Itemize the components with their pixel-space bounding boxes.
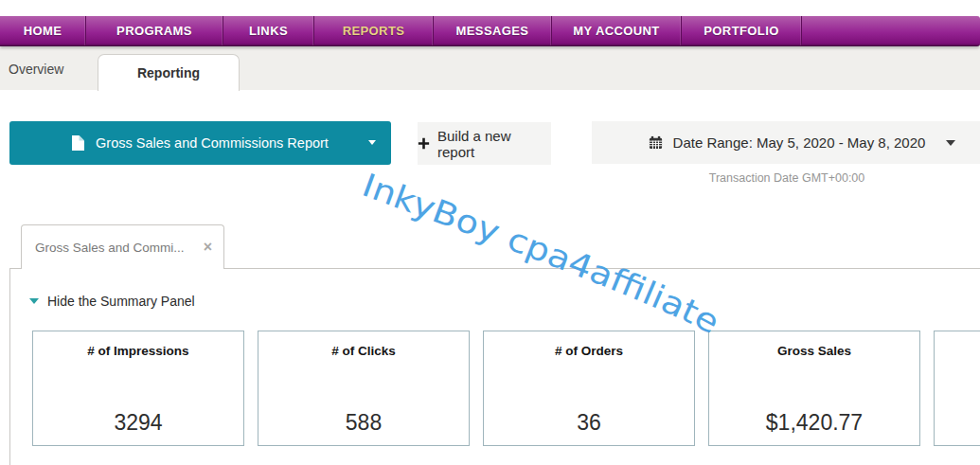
date-range-selector[interactable]: Date Range: May 5, 2020 - May 8, 2020 — [592, 121, 980, 164]
calendar-icon — [649, 135, 663, 150]
summary-card-partial — [934, 331, 980, 446]
report-subtab[interactable]: Gross Sales and Commi... × — [21, 224, 224, 269]
card-value: $1,420.77 — [709, 410, 919, 436]
close-icon[interactable]: × — [204, 240, 212, 255]
report-selector-label: Gross Sales and Commissions Report — [96, 135, 329, 151]
card-title: # of Clicks — [258, 344, 469, 358]
timezone-note: Transaction Date GMT+00:00 — [592, 171, 980, 185]
nav-item-my-account[interactable]: MY ACCOUNT — [552, 16, 682, 45]
collapse-caret-icon — [29, 298, 39, 304]
page: HOME PROGRAMS LINKS REPORTS MESSAGES MY … — [0, 0, 980, 465]
card-value: 3294 — [33, 410, 243, 436]
card-title: Gross Sales — [709, 344, 919, 358]
summary-card-orders: # of Orders 36 — [483, 331, 695, 446]
summary-card-gross-sales: Gross Sales $1,420.77 — [708, 331, 920, 446]
chevron-down-icon — [368, 140, 376, 145]
tab-reporting[interactable]: Reporting — [98, 54, 240, 91]
summary-cards-row: # of Impressions 3294 # of Clicks 588 # … — [32, 331, 980, 446]
report-panel: Hide the Summary Panel # of Impressions … — [9, 268, 980, 465]
summary-card-impressions: # of Impressions 3294 — [32, 331, 244, 446]
nav-item-programs[interactable]: PROGRAMS — [86, 16, 223, 45]
summary-toggle-label: Hide the Summary Panel — [47, 294, 195, 309]
nav-item-links[interactable]: LINKS — [223, 16, 314, 45]
main-navbar: HOME PROGRAMS LINKS REPORTS MESSAGES MY … — [0, 16, 980, 46]
summary-card-clicks: # of Clicks 588 — [258, 331, 470, 446]
plus-icon — [418, 137, 430, 150]
summary-panel-toggle[interactable]: Hide the Summary Panel — [29, 294, 195, 309]
navbar-filler — [802, 16, 980, 45]
build-new-report-label: Build a new report — [437, 128, 551, 160]
nav-item-portfolio[interactable]: PORTFOLIO — [682, 16, 802, 45]
report-subtab-label: Gross Sales and Commi... — [35, 241, 204, 255]
tab-strip: Overview Reporting — [0, 47, 980, 90]
document-icon — [72, 135, 84, 151]
build-new-report-button[interactable]: Build a new report — [418, 122, 551, 165]
nav-item-messages[interactable]: MESSAGES — [434, 16, 552, 45]
card-title: # of Impressions — [33, 344, 243, 358]
report-selector-dropdown[interactable]: Gross Sales and Commissions Report — [9, 121, 391, 165]
card-value: 36 — [484, 410, 694, 436]
card-value: 588 — [258, 410, 469, 436]
tab-overview[interactable]: Overview — [9, 47, 63, 90]
nav-item-reports[interactable]: REPORTS — [314, 16, 434, 45]
date-range-label: Date Range: May 5, 2020 - May 8, 2020 — [673, 134, 926, 151]
chevron-down-icon — [946, 140, 955, 146]
card-title: # of Orders — [484, 344, 694, 358]
nav-item-home[interactable]: HOME — [0, 16, 86, 45]
